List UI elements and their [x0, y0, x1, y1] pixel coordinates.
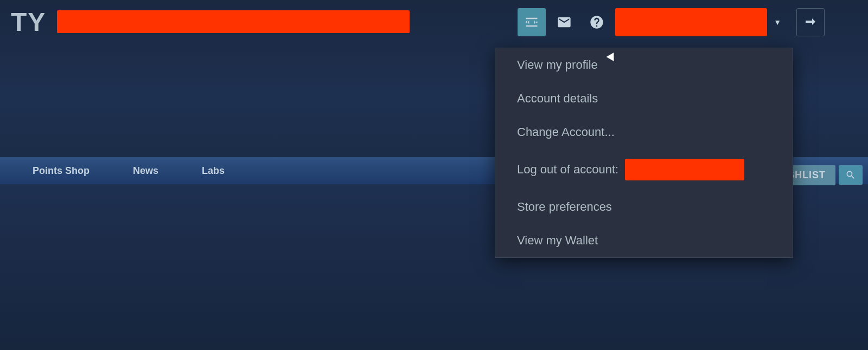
help-icon	[589, 15, 604, 30]
logout-username-redacted	[625, 159, 744, 180]
broadcast-icon	[524, 15, 539, 30]
dropdown-item-store-preferences[interactable]: Store preferences	[495, 190, 793, 224]
nav-item-news[interactable]: News	[111, 157, 180, 184]
username-button-redacted[interactable]	[615, 8, 767, 36]
help-button[interactable]	[583, 8, 611, 36]
user-dropdown-menu: View my profile Account details Change A…	[495, 48, 793, 258]
store-title-partial: TY	[11, 7, 46, 37]
header-icons: ▼	[518, 8, 825, 36]
nav-item-labs[interactable]: Labs	[180, 157, 246, 184]
dropdown-item-account-details[interactable]: Account details	[495, 82, 793, 115]
dropdown-item-change-account[interactable]: Change Account...	[495, 115, 793, 149]
resize-icon	[804, 16, 817, 29]
header-left: TY	[11, 7, 410, 37]
mail-icon	[557, 15, 572, 30]
search-icon	[845, 170, 856, 180]
store-name-redacted	[57, 10, 410, 33]
mail-button[interactable]	[550, 8, 578, 36]
dropdown-item-view-wallet[interactable]: View my Wallet	[495, 224, 793, 257]
search-area	[839, 165, 863, 185]
nav-item-points-shop[interactable]: Points Shop	[11, 157, 111, 184]
search-button[interactable]	[839, 165, 863, 185]
dropdown-arrow-icon[interactable]: ▼	[774, 18, 781, 27]
dropdown-item-view-profile[interactable]: View my profile	[495, 48, 793, 82]
resize-button[interactable]	[796, 8, 825, 36]
dropdown-item-logout[interactable]: Log out of account:	[495, 149, 793, 190]
broadcast-button[interactable]	[518, 8, 546, 36]
